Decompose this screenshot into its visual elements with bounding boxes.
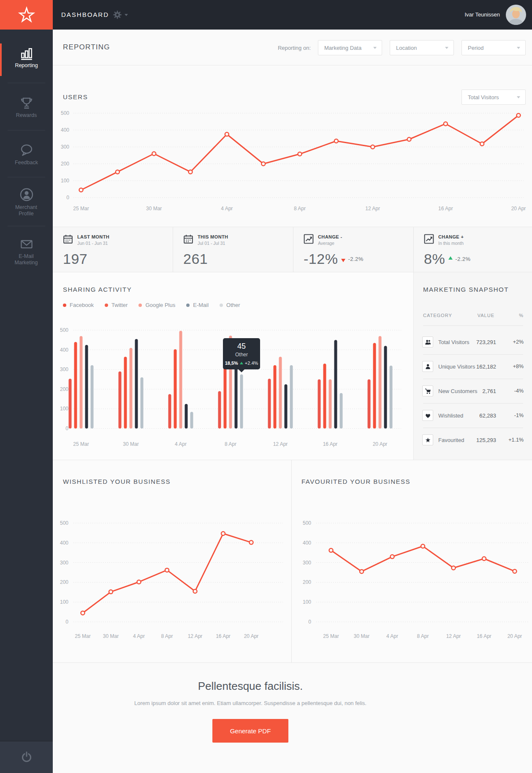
x-axis-label: 30 Mar — [354, 633, 369, 639]
row-pct: +2% — [513, 339, 524, 345]
bar — [368, 380, 371, 429]
filter-row: Reporting on: Marketing Data Location Pe… — [278, 40, 526, 55]
legend-other[interactable]: Other — [220, 302, 240, 308]
line-point — [250, 540, 253, 544]
bar — [85, 345, 88, 429]
tooltip-value: 45 — [225, 342, 258, 351]
person-circle-icon — [19, 187, 34, 202]
tooltip-delta: +2.4% — [245, 361, 258, 366]
x-axis-label: 8 Apr — [225, 441, 236, 447]
new-customers-icon — [422, 385, 433, 396]
unique-visitors-icon — [422, 361, 433, 372]
star-logo-icon — [18, 6, 35, 23]
app-logo[interactable] — [0, 0, 53, 30]
stat-label: THIS MONTH — [198, 234, 228, 239]
legend-email[interactable]: E-Mail — [186, 302, 209, 308]
x-axis-label: 16 Apr — [323, 441, 338, 447]
legend-google-plus[interactable]: Google Plus — [138, 302, 175, 308]
line-point — [79, 188, 83, 192]
line-point — [421, 544, 425, 548]
generate-pdf-button[interactable]: Generate PDF — [212, 719, 288, 743]
bar — [141, 377, 144, 429]
x-axis-label: 20 Apr — [373, 441, 388, 447]
power-icon — [20, 751, 33, 764]
x-axis-label: 8 Apr — [294, 206, 306, 212]
bar — [379, 336, 382, 429]
dropdown-value: Marketing Data — [324, 45, 361, 51]
logout-button[interactable] — [0, 741, 53, 773]
favourited-line-chart: 010020030040050025 Mar30 Mar4 Apr8 Apr12… — [292, 498, 532, 654]
divider — [8, 83, 45, 83]
sidebar-item-label: Feedback — [0, 160, 53, 166]
sidebar: Reporting Rewards Feedback — [0, 0, 53, 773]
x-axis-label: 4 Apr — [386, 633, 398, 639]
line-point — [109, 590, 113, 594]
reporting-topbar: REPORTING Reporting on: Marketing Data L… — [53, 30, 532, 65]
line-point — [513, 570, 517, 573]
y-axis-label: 0 — [65, 619, 68, 625]
app-title: DASHBOARD — [61, 11, 109, 18]
bar — [240, 374, 243, 429]
bar — [279, 357, 282, 429]
settings-menu[interactable] — [113, 10, 128, 19]
chevron-down-icon — [517, 47, 520, 49]
divider — [423, 325, 523, 326]
sidebar-item-merchant-profile[interactable]: Merchant Profile — [0, 187, 53, 217]
x-axis-label: 20 Apr — [511, 206, 526, 212]
sidebar-item-email-marketing[interactable]: E-Mail Marketing — [0, 237, 53, 266]
legend-dot — [105, 304, 108, 307]
calendar-icon — [183, 234, 193, 244]
row-pct: -1% — [514, 412, 524, 418]
dropdown-value: Period — [468, 45, 484, 51]
bar — [318, 380, 321, 429]
sidebar-item-reporting[interactable]: Reporting — [0, 47, 53, 69]
stat-label: LAST MONTH — [77, 234, 109, 239]
x-axis-label: 4 Apr — [133, 633, 145, 639]
total-visitors-icon — [422, 336, 433, 347]
user-name: Ivar Teunissen — [464, 11, 500, 18]
avatar[interactable] — [506, 5, 526, 25]
bar — [119, 372, 122, 429]
wishlisted-line-chart: 010020030040050025 Mar30 Mar4 Apr8 Apr12… — [55, 498, 290, 654]
y-axis-label: 500 — [303, 520, 311, 526]
users-line-chart: 010020030040050025 Mar30 Mar4 Apr8 Apr12… — [55, 101, 528, 222]
users-section: USERS Total Visitors 010020030040050025 … — [53, 65, 532, 227]
x-axis-label: 20 Apr — [244, 633, 259, 639]
dropdown-location[interactable]: Location — [390, 40, 454, 55]
stat-sublabel: Jun 01 - Jun 31 — [77, 241, 108, 246]
speech-bubble-icon — [20, 144, 33, 157]
stat-value: 8%-2.2% — [424, 251, 471, 267]
chevron-down-icon — [373, 47, 377, 49]
arrow-down-icon — [341, 259, 345, 262]
chevron-down-icon — [125, 14, 128, 16]
line-point — [407, 138, 411, 141]
favourited-icon — [422, 434, 433, 445]
sidebar-item-label: Reporting — [0, 62, 53, 69]
legend-twitter[interactable]: Twitter — [105, 302, 128, 308]
sidebar-item-feedback[interactable]: Feedback — [0, 144, 53, 166]
calendar-icon — [63, 234, 73, 244]
line-point — [116, 170, 119, 174]
bar — [179, 331, 182, 429]
row-label: Favourited — [438, 437, 464, 443]
dropdown-period[interactable]: Period — [461, 40, 526, 55]
stat-value: 261 — [183, 251, 208, 267]
table-row: New Customers 2,761 -4% — [414, 379, 532, 403]
stats-row: LAST MONTH Jun 01 - Jun 31 197 THIS MONT… — [53, 227, 532, 272]
stat-label: CHANGE - — [318, 234, 342, 239]
line-point — [444, 122, 448, 126]
x-axis-label: 12 Apr — [365, 206, 380, 212]
legend-facebook[interactable]: Facebook — [63, 302, 94, 308]
sidebar-item-label: Merchant Profile — [9, 204, 43, 217]
x-axis-label: 16 Apr — [477, 633, 491, 639]
bar — [373, 343, 376, 429]
stat-last-month: LAST MONTH Jun 01 - Jun 31 197 — [53, 227, 173, 273]
y-axis-label: 500 — [61, 110, 69, 116]
top-header: DASHBOARD Ivar Teunissen — [53, 0, 532, 30]
row-label: Unique Visitors — [438, 363, 475, 370]
table-row: Favourited 125,293 +1.1% — [414, 428, 532, 452]
trophy-icon — [20, 96, 33, 110]
legend-dot — [186, 304, 190, 307]
dropdown-reporting-on[interactable]: Marketing Data — [318, 40, 382, 55]
sidebar-item-rewards[interactable]: Rewards — [0, 96, 53, 119]
